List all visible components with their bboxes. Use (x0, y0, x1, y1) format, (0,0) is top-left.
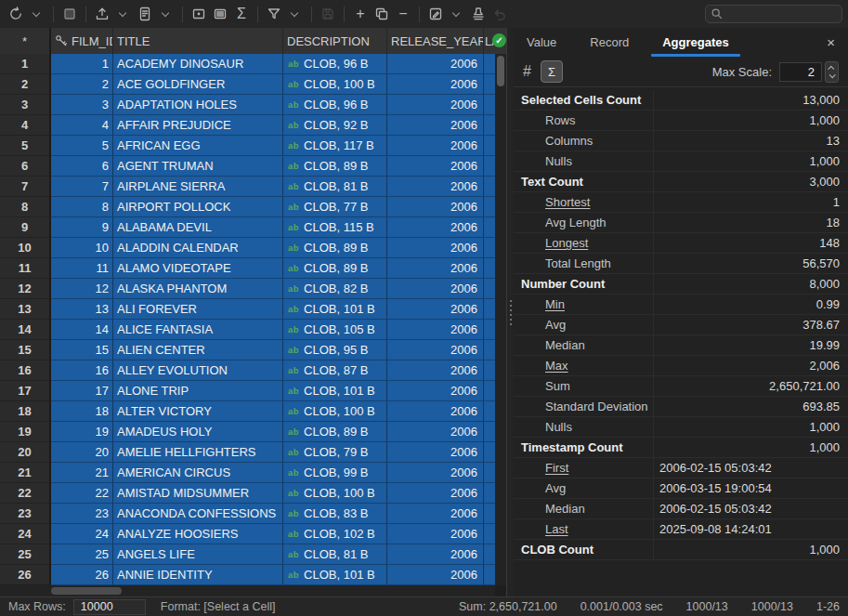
cell-clipped[interactable] (484, 463, 495, 483)
cell-clipped[interactable] (484, 74, 495, 95)
cell-title[interactable]: AGENT TRUMAN (113, 156, 283, 177)
column-header-release-year[interactable]: RELEASE_YEAR (387, 28, 484, 54)
cell-description[interactable]: ab CLOB, 81 B (283, 544, 387, 565)
cell-film-id[interactable]: 7 (51, 177, 113, 197)
column-header-film-id[interactable]: FILM_ID (51, 28, 113, 54)
search-input[interactable] (727, 7, 837, 20)
duplicate-row-button[interactable] (372, 3, 392, 25)
aggregate-row[interactable]: Nulls 1,000 (514, 151, 848, 172)
cell-clipped[interactable] (484, 381, 495, 401)
cell-title[interactable]: AMADEUS HOLY (113, 422, 283, 442)
max-rows-input[interactable] (73, 599, 146, 615)
column-header-description[interactable]: DESCRIPTION (283, 28, 387, 54)
tab-record[interactable]: Record (590, 28, 629, 57)
cell-title[interactable]: ACADEMY DINOSAUR (113, 54, 283, 74)
aggregate-row[interactable]: Rows 1,000 (514, 111, 848, 131)
cell-title[interactable]: ALASKA PHANTOM (113, 279, 283, 299)
aggregate-row[interactable]: Sum 2,650,721.00 (514, 376, 848, 397)
cell-film-id[interactable]: 8 (51, 197, 113, 217)
cell-film-id[interactable]: 2 (51, 74, 113, 95)
row-number[interactable]: 22 (0, 483, 51, 504)
refresh-dropdown[interactable] (27, 3, 47, 25)
cell-film-id[interactable]: 4 (51, 115, 113, 136)
cell-clipped[interactable] (484, 217, 495, 238)
cell-film-id[interactable]: 5 (51, 136, 113, 156)
cell-clipped[interactable] (484, 422, 495, 442)
cell-description[interactable]: ab CLOB, 89 B (283, 422, 387, 442)
mock-data-button[interactable] (468, 3, 489, 25)
stop-button[interactable] (59, 3, 80, 25)
aggregate-row[interactable]: Nulls 1,000 (514, 417, 848, 438)
cell-clipped[interactable] (484, 544, 495, 565)
cell-film-id[interactable]: 18 (51, 401, 113, 422)
row-number-header[interactable]: * (0, 28, 51, 54)
cell-release-year[interactable]: 2006 (387, 401, 484, 422)
cell-clipped[interactable] (484, 504, 495, 524)
cell-release-year[interactable]: 2006 (387, 217, 484, 238)
vertical-scrollbar-thumb[interactable] (497, 56, 504, 86)
row-number[interactable]: 25 (0, 544, 51, 565)
cell-release-year[interactable]: 2006 (387, 463, 484, 483)
cell-release-year[interactable]: 2006 (387, 320, 484, 340)
cell-release-year[interactable]: 2006 (387, 422, 484, 442)
row-number[interactable]: 13 (0, 299, 51, 320)
cell-title[interactable]: ALAMO VIDEOTAPE (113, 258, 283, 279)
row-number[interactable]: 15 (0, 340, 51, 360)
cell-description[interactable]: ab CLOB, 89 B (283, 156, 387, 177)
cell-clipped[interactable] (484, 238, 495, 258)
row-number[interactable]: 4 (0, 115, 51, 136)
cell-title[interactable]: ANGELS LIFE (113, 544, 283, 565)
aggregate-row[interactable]: Timestamp Count 1,000 (514, 438, 848, 458)
cell-release-year[interactable]: 2006 (387, 360, 484, 381)
cell-release-year[interactable]: 2006 (387, 74, 484, 95)
report-dropdown[interactable] (156, 3, 176, 25)
cell-film-id[interactable]: 3 (51, 95, 113, 115)
edit-dropdown[interactable] (447, 3, 467, 25)
cell-release-year[interactable]: 2006 (387, 177, 484, 197)
cell-description[interactable]: ab CLOB, 101 B (283, 565, 387, 585)
aggregate-row[interactable]: Longest 148 (514, 233, 848, 254)
cell-title[interactable]: ACE GOLDFINGER (113, 74, 283, 95)
delete-row-button[interactable]: − (393, 3, 413, 25)
column-header-title[interactable]: TITLE (113, 28, 283, 54)
row-number[interactable]: 21 (0, 463, 51, 483)
cell-title[interactable]: ANNIE IDENTITY (113, 565, 283, 585)
cell-clipped[interactable] (484, 136, 495, 156)
aggregate-row[interactable]: Last 2025-09-08 14:24:01 (514, 519, 848, 540)
cell-description[interactable]: ab CLOB, 81 B (283, 177, 387, 197)
grid-horizontal-scrollbar[interactable] (0, 585, 495, 596)
panel-splitter[interactable] (506, 28, 514, 596)
cell-description[interactable]: ab CLOB, 105 B (283, 320, 387, 340)
add-row-button[interactable]: + (350, 3, 371, 25)
refresh-button[interactable] (6, 3, 26, 25)
cell-description[interactable]: ab CLOB, 87 B (283, 360, 387, 381)
cell-release-year[interactable]: 2006 (387, 156, 484, 177)
row-number[interactable]: 24 (0, 524, 51, 544)
close-panel-button[interactable]: × (827, 34, 835, 50)
cell-description[interactable]: ab CLOB, 96 B (283, 95, 387, 115)
spinner-down-icon[interactable] (829, 72, 836, 78)
cell-description[interactable]: ab CLOB, 77 B (283, 197, 387, 217)
row-number[interactable]: 7 (0, 177, 51, 197)
cell-film-id[interactable]: 17 (51, 381, 113, 401)
report-button[interactable] (135, 3, 155, 25)
cell-release-year[interactable]: 2006 (387, 279, 484, 299)
grid-view-button[interactable] (189, 3, 209, 25)
cell-clipped[interactable] (484, 258, 495, 279)
cell-release-year[interactable]: 2006 (387, 54, 484, 74)
cell-film-id[interactable]: 25 (51, 544, 113, 565)
cell-title[interactable]: AIRPLANE SIERRA (113, 177, 283, 197)
cell-release-year[interactable]: 2006 (387, 524, 484, 544)
cell-title[interactable]: ADAPTATION HOLES (113, 95, 283, 115)
cell-description[interactable]: ab CLOB, 95 B (283, 340, 387, 360)
cell-film-id[interactable]: 26 (51, 565, 113, 585)
row-number[interactable]: 8 (0, 197, 51, 217)
cell-title[interactable]: AMERICAN CIRCUS (113, 463, 283, 483)
edit-cell-button[interactable] (425, 3, 446, 25)
cell-release-year[interactable]: 2006 (387, 258, 484, 279)
cell-film-id[interactable]: 10 (51, 238, 113, 258)
row-number[interactable]: 26 (0, 565, 51, 585)
cell-clipped[interactable] (484, 197, 495, 217)
cell-clipped[interactable] (484, 299, 495, 320)
cell-clipped[interactable] (484, 442, 495, 463)
